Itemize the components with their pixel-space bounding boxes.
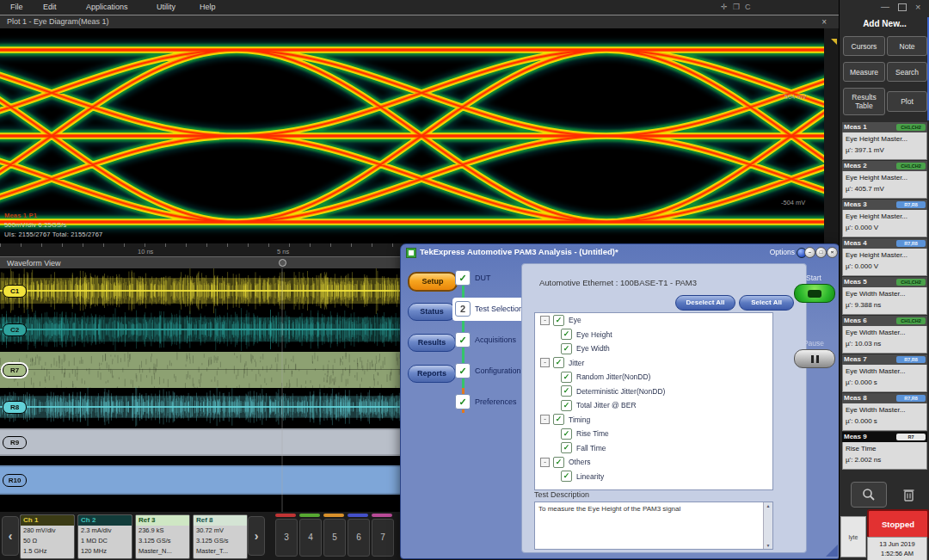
clear-icon[interactable]: C xyxy=(745,3,751,11)
zoom-button[interactable] xyxy=(851,482,887,508)
channel-badge-r10[interactable]: R10 xyxy=(3,474,27,487)
channel-slot-3[interactable]: 3 xyxy=(275,519,298,557)
checkbox-icon[interactable]: ✓ xyxy=(553,414,564,425)
minimize-icon[interactable]: — xyxy=(881,2,889,11)
tree-item-eye-height[interactable]: ✓Eye Height xyxy=(535,328,772,342)
step-dut[interactable]: DUT xyxy=(475,274,491,282)
deselect-all-button[interactable]: Deselect All xyxy=(675,295,735,311)
checkbox-icon[interactable]: ✓ xyxy=(553,457,564,468)
measurement-badge-1[interactable]: Meas 1CH1,CH2 Eye Height Master...µ': 39… xyxy=(842,122,927,159)
scrollbar[interactable]: ▲▼ xyxy=(763,502,772,549)
checkbox-icon[interactable]: ✓ xyxy=(561,329,572,340)
scroll-right-icon[interactable]: › xyxy=(248,516,265,556)
checkbox-icon[interactable]: ✓ xyxy=(561,471,572,482)
scroll-up-icon[interactable]: ▲ xyxy=(764,503,772,508)
checkbox-icon[interactable]: ✓ xyxy=(561,400,572,411)
options-menu[interactable]: Options xyxy=(770,244,795,260)
results-button[interactable]: Results xyxy=(408,334,456,352)
checkbox-icon[interactable]: ✓ xyxy=(553,357,564,368)
measurement-badge-3[interactable]: Meas 3R7,R8 Eye Height Master...µ': 0.00… xyxy=(842,200,927,237)
channel-settings-ref3[interactable]: Ref 3 236.9 kS 3.125 GS/s Master_N... xyxy=(135,514,190,559)
dialog-minimize-button[interactable]: – xyxy=(804,247,815,258)
channel-slot-6[interactable]: 6 xyxy=(348,519,370,557)
plot-button[interactable]: Plot xyxy=(887,91,927,112)
checkbox-icon[interactable]: ✓ xyxy=(561,442,572,453)
tree-group-jitter[interactable]: -✓Jitter xyxy=(535,356,772,371)
step-preferences[interactable]: Preferences xyxy=(475,397,517,406)
reports-button[interactable]: Reports xyxy=(408,365,456,383)
tree-group-timing[interactable]: -✓Timing xyxy=(535,413,772,428)
tree-item-linearity[interactable]: ✓Linearity xyxy=(535,470,772,484)
step-acquisitions-check-icon[interactable]: ✓ xyxy=(455,332,471,348)
menu-utility[interactable]: Utility xyxy=(157,3,175,11)
cursors-button[interactable]: Cursors xyxy=(843,36,885,56)
tree-item-eye-width[interactable]: ✓Eye Width xyxy=(535,342,772,356)
channel-slot-4[interactable]: 4 xyxy=(299,519,322,557)
channel-badge-c2[interactable]: C2 xyxy=(3,323,27,336)
measurement-badge-7[interactable]: Meas 7R7,R8 Eye Width Master...µ': 0.000… xyxy=(842,354,927,391)
tree-item-random-jitter[interactable]: ✓Random Jitter(NonDD) xyxy=(535,370,772,385)
test-tree[interactable]: -✓Eye ✓Eye Height ✓Eye Width -✓Jitter ✓R… xyxy=(534,312,773,490)
expander-icon[interactable]: - xyxy=(540,316,550,325)
tree-item-rise-time[interactable]: ✓Rise Time xyxy=(535,427,772,441)
dialog-title-bar[interactable]: TekExpress Automotive PAM3 Analysis - (U… xyxy=(401,244,840,260)
window-icon[interactable]: ❐ xyxy=(733,3,740,11)
expander-icon[interactable]: - xyxy=(540,415,550,424)
checkbox-icon[interactable]: ✓ xyxy=(561,385,572,397)
step-test-selection[interactable]: Test Selection xyxy=(475,305,523,313)
resize-grip[interactable] xyxy=(826,545,838,557)
expander-icon[interactable]: - xyxy=(540,458,550,467)
menu-edit[interactable]: Edit xyxy=(43,3,57,11)
measurement-badge-4[interactable]: Meas 4R7,R8 Eye Height Master...µ': 0.00… xyxy=(842,238,927,275)
measurement-badge-6[interactable]: Meas 6CH1,CH2 Eye Width Master...µ': 10.… xyxy=(842,316,927,353)
checkbox-icon[interactable]: ✓ xyxy=(561,428,572,440)
channel-badge-r8[interactable]: R8 xyxy=(3,401,27,414)
dialog-close-button[interactable]: × xyxy=(827,247,838,258)
menu-help[interactable]: Help xyxy=(200,3,216,11)
note-button[interactable]: Note xyxy=(887,36,927,56)
channel-badge-r7[interactable]: R7 xyxy=(3,364,27,377)
tree-item-fall-time[interactable]: ✓Fall Time xyxy=(535,441,772,456)
plot-close-icon[interactable]: × xyxy=(821,15,827,28)
measurement-badge-9[interactable]: Meas 9R7 Rise Timeµ': 2.002 ns xyxy=(842,432,927,469)
measurement-badge-2[interactable]: Meas 2CH1,CH2 Eye Height Master...µ': 40… xyxy=(842,161,927,198)
step-configuration-check-icon[interactable]: ✓ xyxy=(455,363,471,378)
pause-button[interactable] xyxy=(794,349,835,368)
tree-group-eye[interactable]: -✓Eye xyxy=(535,313,772,328)
dialog-maximize-button[interactable]: □ xyxy=(815,247,827,258)
search-button[interactable]: Search xyxy=(887,62,927,82)
channel-settings-ref8[interactable]: Ref 8 30.72 mV 3.125 GS/s Master_T... xyxy=(193,514,248,559)
tekexpress-dialog[interactable]: TekExpress Automotive PAM3 Analysis - (U… xyxy=(400,243,840,559)
delete-button[interactable] xyxy=(895,482,921,506)
results-table-button[interactable]: Results Table xyxy=(843,88,885,115)
step-test-selection-icon[interactable]: 2 xyxy=(455,301,471,317)
menu-file[interactable]: File xyxy=(10,3,23,11)
crosshair-icon[interactable]: ✛ xyxy=(721,3,728,11)
measurement-badge-8[interactable]: Meas 8R7,R8 Eye Width Master...µ': 0.000… xyxy=(842,393,927,430)
channel-settings-ch1[interactable]: Ch 1 280 mV/div 50 Ω 1.5 GHz xyxy=(20,514,75,559)
tree-group-others[interactable]: -✓Others xyxy=(535,455,772,470)
expander-icon[interactable]: - xyxy=(540,358,550,367)
step-dut-check-icon[interactable]: ✓ xyxy=(455,270,471,286)
step-acquisitions[interactable]: Acquisitions xyxy=(475,335,516,344)
expansion-point-marker[interactable] xyxy=(279,259,286,267)
plot-title-bar[interactable]: Plot 1 - Eye Diagram(Meas 1) × xyxy=(0,15,839,29)
status-button[interactable]: Status xyxy=(408,303,456,321)
checkbox-icon[interactable]: ✓ xyxy=(561,343,572,354)
start-button[interactable] xyxy=(794,284,835,303)
select-all-button[interactable]: Select All xyxy=(739,295,794,311)
checkbox-icon[interactable]: ✓ xyxy=(561,372,572,383)
channel-slot-7[interactable]: 7 xyxy=(372,519,394,557)
setup-button[interactable]: Setup xyxy=(408,272,458,292)
measure-button[interactable]: Measure xyxy=(843,62,885,82)
maximize-icon[interactable] xyxy=(898,3,907,11)
tree-item-deterministic-jitter[interactable]: ✓Deterministic Jitter(NonDD) xyxy=(535,385,772,399)
channel-badge-r9[interactable]: R9 xyxy=(3,436,27,449)
scroll-down-icon[interactable]: ▼ xyxy=(764,543,772,548)
measurement-badge-5[interactable]: Meas 5CH1,CH2 Eye Width Master...µ': 9.3… xyxy=(842,277,927,314)
step-preferences-check-icon[interactable]: ✓ xyxy=(455,394,471,409)
eye-diagram-plot[interactable]: Meas 1 P1 500mV/div 6.25GS/s UIs: 2155/2… xyxy=(0,28,824,243)
scroll-left-icon[interactable]: ‹ xyxy=(2,516,19,556)
channel-badge-c1[interactable]: C1 xyxy=(3,285,27,298)
close-icon[interactable]: × xyxy=(915,2,920,12)
